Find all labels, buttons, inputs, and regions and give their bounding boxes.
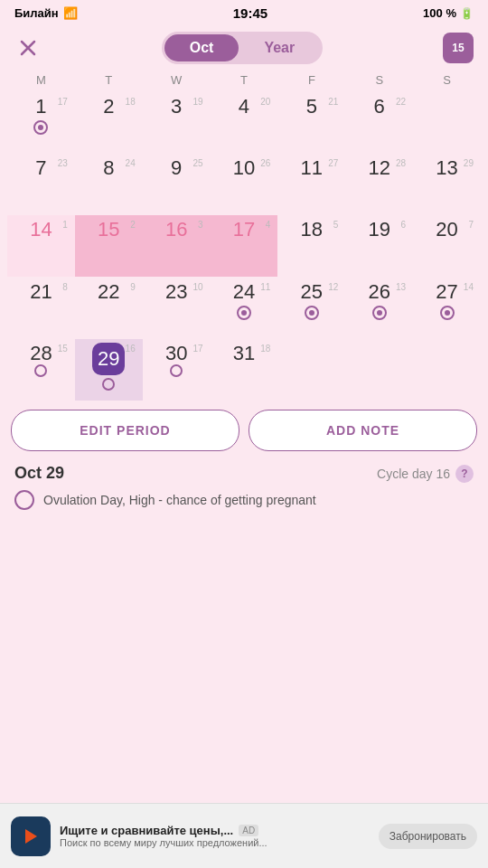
calendar-row-2: 237 248 259 2610 2711 2812 2913: [7, 154, 481, 215]
ad-badge: AD: [239, 825, 258, 836]
add-note-button[interactable]: ADD NOTE: [249, 410, 477, 451]
day-3[interactable]: 193: [143, 92, 211, 154]
day-7[interactable]: 237: [7, 154, 75, 215]
day-10[interactable]: 2610: [211, 154, 278, 215]
wifi-icon: 📶: [63, 6, 78, 20]
day-15[interactable]: 215: [75, 215, 143, 277]
calendar-row-1: 171 182 193 204 215 226: [7, 92, 481, 154]
day-empty-1: [413, 92, 481, 154]
weekday-wed: W: [143, 71, 211, 89]
ad-cta-button[interactable]: Забронировать: [379, 824, 477, 849]
dot-outline-icon: [170, 364, 183, 377]
day-31[interactable]: 1831: [211, 339, 278, 401]
weekday-tue: T: [75, 71, 143, 89]
day-13[interactable]: 2913: [413, 154, 481, 215]
status-left: Билайн 📶: [14, 6, 78, 20]
day-27[interactable]: 1427: [413, 278, 481, 339]
day-30[interactable]: 1730: [143, 339, 211, 401]
dot-target-icon: [305, 306, 319, 320]
calendar-row-5: 1528 16 29 1730 1831: [7, 339, 481, 401]
day-5[interactable]: 215: [277, 92, 345, 154]
close-icon: [20, 40, 36, 56]
day-6[interactable]: 226: [345, 92, 413, 154]
day-2[interactable]: 182: [75, 92, 143, 154]
battery-icon: 🔋: [460, 7, 474, 20]
day-empty-4: [413, 339, 481, 401]
action-buttons: EDIT PERIOD ADD NOTE: [0, 401, 488, 460]
day-16[interactable]: 316: [143, 215, 211, 277]
day-28[interactable]: 1528: [7, 339, 75, 401]
status-right: 100 % 🔋: [423, 6, 474, 20]
ad-play-icon: [25, 829, 37, 844]
day-4[interactable]: 204: [211, 92, 278, 154]
day-22[interactable]: 922: [75, 278, 143, 339]
calendar-today-icon[interactable]: 15: [443, 33, 474, 63]
ovulation-text: Ovulation Day, High - chance of getting …: [43, 493, 316, 507]
battery-label: 100 %: [423, 6, 456, 20]
dot-outline-icon: [34, 364, 47, 377]
day-21[interactable]: 821: [7, 278, 75, 339]
header: Oct Year 15: [0, 26, 488, 71]
day-20[interactable]: 720: [413, 215, 481, 277]
day-11[interactable]: 2711: [277, 154, 345, 215]
info-date-row: Oct 29 Cycle day 16 ?: [14, 464, 474, 483]
day-empty-2: [277, 339, 345, 401]
ad-logo: [11, 816, 51, 856]
weekday-thu: T: [211, 71, 278, 89]
ovulation-icon: [14, 490, 34, 510]
cycle-day-label: Cycle day 16: [377, 467, 450, 481]
ad-banner: Ищите и сравнивайте цены,... AD Поиск по…: [0, 803, 488, 868]
day-9[interactable]: 259: [143, 154, 211, 215]
day-24[interactable]: 1124: [211, 278, 278, 339]
calendar-row-3: 114 215 316 417 518 619 720: [7, 215, 481, 277]
calendar: M T W T F S S 171 182 193 204 215 226 23…: [0, 71, 488, 401]
ad-title: Ищите и сравнивайте цены,...: [60, 824, 233, 837]
weekday-fri: F: [277, 71, 345, 89]
day-23[interactable]: 1023: [143, 278, 211, 339]
weekday-header: M T W T F S S: [7, 71, 481, 89]
day-empty-3: [345, 339, 413, 401]
dot-target-icon: [33, 120, 48, 135]
day-8[interactable]: 248: [75, 154, 143, 215]
edit-period-button[interactable]: EDIT PERIOD: [11, 410, 239, 451]
time-label: 19:45: [233, 5, 267, 21]
help-icon[interactable]: ?: [455, 465, 474, 483]
day-12[interactable]: 2812: [345, 154, 413, 215]
ad-subtitle: Поиск по всему миру лучших предложений..…: [60, 837, 370, 848]
day-25[interactable]: 1225: [277, 278, 345, 339]
cycle-day-group: Cycle day 16 ?: [377, 465, 474, 483]
carrier-label: Билайн: [14, 6, 59, 20]
weekday-sat: S: [345, 71, 413, 89]
selected-date-label: Oct 29: [14, 464, 64, 483]
weekday-mon: M: [7, 71, 75, 89]
dot-target-icon: [237, 306, 251, 320]
dot-target-icon: [372, 306, 387, 320]
status-bar: Билайн 📶 19:45 100 % 🔋: [0, 0, 488, 26]
dot-target-icon: [440, 306, 455, 320]
ad-text: Ищите и сравнивайте цены,... AD Поиск по…: [60, 824, 370, 848]
day-26[interactable]: 1326: [345, 278, 413, 339]
tab-year[interactable]: Year: [239, 34, 320, 61]
tab-oct[interactable]: Oct: [164, 34, 239, 61]
day-18[interactable]: 518: [277, 215, 345, 277]
tab-switcher: Oct Year: [162, 32, 323, 64]
day-1[interactable]: 171: [7, 92, 75, 154]
day-17[interactable]: 417: [211, 215, 278, 277]
day-14[interactable]: 114: [7, 215, 75, 277]
ovulation-row: Ovulation Day, High - chance of getting …: [14, 490, 474, 510]
day-19[interactable]: 619: [345, 215, 413, 277]
info-section: Oct 29 Cycle day 16 ? Ovulation Day, Hig…: [0, 460, 488, 519]
calendar-row-4: 821 922 1023 1124 1225 1326 1427: [7, 278, 481, 339]
day-29-selected[interactable]: 16 29: [75, 339, 143, 401]
close-button[interactable]: [14, 34, 42, 61]
weekday-sun: S: [413, 71, 481, 89]
dot-outline-selected-icon: [102, 378, 115, 391]
